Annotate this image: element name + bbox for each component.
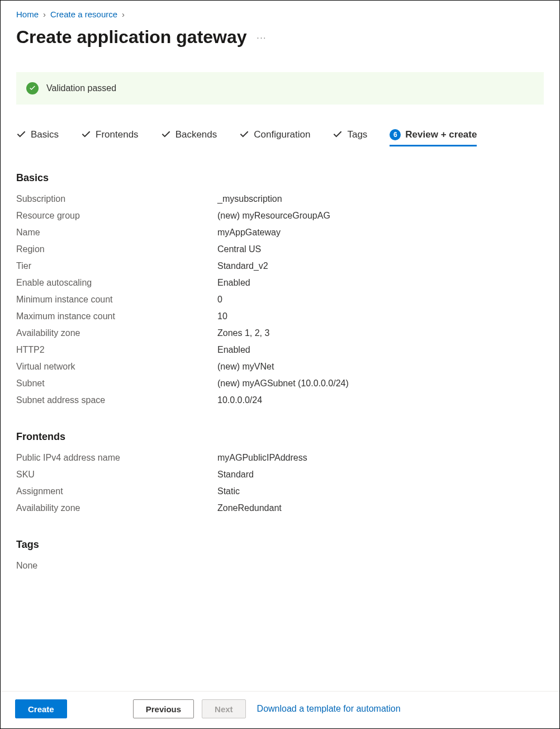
breadcrumb-create-resource[interactable]: Create a resource — [50, 10, 117, 19]
tab-label: Configuration — [254, 129, 310, 140]
kv-row: Maximum instance count10 — [16, 311, 544, 321]
kv-label: Name — [16, 228, 217, 238]
kv-label: HTTP2 — [16, 345, 217, 355]
more-menu-icon[interactable]: ··· — [257, 33, 267, 42]
kv-value: Enabled — [217, 345, 250, 355]
tab-basics[interactable]: Basics — [16, 129, 59, 146]
basics-list: Subscription_mysubscription Resource gro… — [16, 194, 544, 405]
chevron-right-icon: › — [122, 10, 125, 19]
kv-value: myAppGateway — [217, 228, 281, 238]
tab-label: Frontends — [96, 129, 139, 140]
kv-value: Standard — [217, 470, 254, 480]
kv-row: Virtual network(new) myVNet — [16, 362, 544, 372]
kv-row: Minimum instance count0 — [16, 295, 544, 305]
tab-label: Backends — [175, 129, 217, 140]
kv-value: Zones 1, 2, 3 — [217, 328, 269, 338]
kv-value: _mysubscription — [217, 194, 282, 204]
checkmark-icon — [16, 130, 26, 140]
checkmark-icon — [161, 130, 171, 140]
wizard-tabs: Basics Frontends Backends Configuration … — [16, 129, 544, 146]
checkmark-icon — [81, 130, 91, 140]
footer-actions: Create Previous Next Download a template… — [1, 691, 559, 728]
checkmark-icon — [239, 130, 249, 140]
kv-row: TierStandard_v2 — [16, 261, 544, 271]
section-heading-frontends: Frontends — [16, 431, 544, 443]
kv-label: Virtual network — [16, 362, 217, 372]
kv-row: Availability zoneZoneRedundant — [16, 503, 544, 513]
validation-message: Validation passed — [46, 83, 116, 93]
kv-value: (new) myAGSubnet (10.0.0.0/24) — [217, 378, 349, 389]
section-heading-basics: Basics — [16, 172, 544, 184]
kv-label: Availability zone — [16, 328, 217, 338]
breadcrumb: Home › Create a resource › — [16, 10, 544, 19]
tab-backends[interactable]: Backends — [161, 129, 217, 146]
tab-tags[interactable]: Tags — [333, 129, 367, 146]
download-template-link[interactable]: Download a template for automation — [257, 704, 401, 714]
chevron-right-icon: › — [43, 10, 46, 19]
tab-configuration[interactable]: Configuration — [239, 129, 310, 146]
kv-row: Public IPv4 address namemyAGPublicIPAddr… — [16, 453, 544, 463]
kv-row: RegionCentral US — [16, 244, 544, 254]
kv-label: Maximum instance count — [16, 311, 217, 321]
validation-banner: Validation passed — [16, 72, 544, 105]
tab-label: Basics — [31, 129, 59, 140]
kv-label: Assignment — [16, 486, 217, 496]
kv-label: Region — [16, 244, 217, 254]
kv-label: Enable autoscaling — [16, 278, 217, 288]
step-number-badge: 6 — [390, 129, 401, 140]
kv-row: HTTP2Enabled — [16, 345, 544, 355]
kv-row: AssignmentStatic — [16, 486, 544, 496]
tab-label: Review + create — [405, 129, 477, 140]
page-title: Create application gateway — [16, 27, 247, 48]
kv-value: (new) myVNet — [217, 362, 274, 372]
kv-row: Subnet address space10.0.0.0/24 — [16, 395, 544, 405]
kv-row: NamemyAppGateway — [16, 228, 544, 238]
kv-label: Minimum instance count — [16, 295, 217, 305]
kv-value: myAGPublicIPAddress — [217, 453, 307, 463]
kv-label: Resource group — [16, 211, 217, 221]
kv-label: Subscription — [16, 194, 217, 204]
next-button: Next — [202, 699, 246, 718]
frontends-list: Public IPv4 address namemyAGPublicIPAddr… — [16, 453, 544, 513]
kv-label: Public IPv4 address name — [16, 453, 217, 463]
section-heading-tags: Tags — [16, 539, 544, 551]
previous-button[interactable]: Previous — [133, 699, 194, 718]
tab-frontends[interactable]: Frontends — [81, 129, 139, 146]
checkmark-icon — [333, 130, 343, 140]
kv-value: ZoneRedundant — [217, 503, 282, 513]
kv-row: Subscription_mysubscription — [16, 194, 544, 204]
kv-row: Subnet(new) myAGSubnet (10.0.0.0/24) — [16, 378, 544, 389]
kv-label: Subnet address space — [16, 395, 217, 405]
kv-label: SKU — [16, 470, 217, 480]
create-button[interactable]: Create — [15, 699, 67, 718]
kv-value: Enabled — [217, 278, 250, 288]
kv-label: Subnet — [16, 378, 217, 389]
kv-value: 10 — [217, 311, 227, 321]
breadcrumb-home[interactable]: Home — [16, 10, 39, 19]
kv-label: Tier — [16, 261, 217, 271]
kv-value: Standard_v2 — [217, 261, 268, 271]
kv-row: Resource group(new) myResourceGroupAG — [16, 211, 544, 221]
kv-value: (new) myResourceGroupAG — [217, 211, 330, 221]
tab-review-create[interactable]: 6 Review + create — [390, 129, 477, 146]
kv-value: Static — [217, 486, 240, 496]
kv-label: Availability zone — [16, 503, 217, 513]
kv-row: SKUStandard — [16, 470, 544, 480]
kv-row: Availability zoneZones 1, 2, 3 — [16, 328, 544, 338]
kv-value: 10.0.0.0/24 — [217, 395, 262, 405]
success-check-icon — [26, 82, 39, 94]
kv-value: 0 — [217, 295, 222, 305]
kv-value: Central US — [217, 244, 261, 254]
kv-row: Enable autoscalingEnabled — [16, 278, 544, 288]
tags-none: None — [16, 561, 544, 571]
tab-label: Tags — [347, 129, 367, 140]
